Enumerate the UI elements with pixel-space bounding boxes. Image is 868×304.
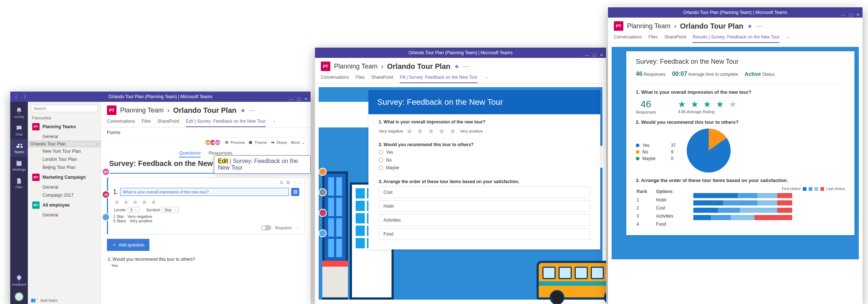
channel-item[interactable]: Orlando Tour Plan xyxy=(28,141,101,147)
rail-activity[interactable]: Activity xyxy=(10,104,28,122)
more-icon[interactable]: ⋯ xyxy=(463,62,470,70)
channel-item[interactable]: Beijing Tour Plan xyxy=(28,163,101,171)
theme-button[interactable]: Theme xyxy=(248,140,267,145)
tab-conversations[interactable]: Conversations xyxy=(107,116,135,127)
star-icon[interactable]: ★ xyxy=(454,63,459,70)
tab-form-edit[interactable]: Edit | Survey: Feedback on the New Tour xyxy=(186,116,266,127)
radio-option[interactable]: No xyxy=(379,157,590,163)
titlebar: ⟨ ⟩ Orlando Tour Plan (Planning Team) | … xyxy=(10,92,311,102)
rail-chat[interactable]: Chat xyxy=(10,122,28,139)
tab-files[interactable]: Files xyxy=(356,73,365,83)
tab-files[interactable]: Files xyxy=(142,116,151,127)
add-tab-icon[interactable]: ＋ xyxy=(272,116,277,127)
rail-feedback[interactable]: Feedback xyxy=(10,272,28,289)
image-icon[interactable]: 🖼 xyxy=(291,188,299,196)
min-icon[interactable]: — xyxy=(585,50,589,60)
rank-option[interactable]: Activities xyxy=(379,214,590,226)
close-icon[interactable]: ✕ xyxy=(600,50,603,60)
chevron-right-icon: › xyxy=(167,107,170,114)
star-icon[interactable]: ★ xyxy=(240,107,245,114)
symbol-select[interactable]: Star xyxy=(162,207,179,213)
tab-conversations[interactable]: Conversations xyxy=(321,73,349,83)
star-icon[interactable]: ★ xyxy=(747,23,752,30)
question-card[interactable]: ⧉ 🗑 ↑ ↓ 1. 🖼 ★ ★ ★ ★ ★ Levels: xyxy=(107,177,305,234)
search-input[interactable] xyxy=(31,105,98,112)
max-icon[interactable]: ▢ xyxy=(593,50,596,60)
team-tile: MT xyxy=(32,201,40,209)
rank-option[interactable]: Cost xyxy=(379,186,590,198)
add-tab-icon[interactable]: ＋ xyxy=(484,73,489,83)
preview-button[interactable]: Preview xyxy=(225,140,245,145)
channel-item[interactable]: New York Tour Plan xyxy=(28,147,101,155)
tab-form-fill[interactable]: Fill | Survey: Feedback on the New Tour xyxy=(400,73,477,83)
team-name: Marketing Campaign xyxy=(42,175,86,180)
questions-tab[interactable]: Questions xyxy=(179,150,201,157)
channel-tabs: Conversations Files SharePoint Fill | Su… xyxy=(315,73,606,84)
bc-team[interactable]: Planning Team xyxy=(120,107,164,114)
tab-conversations[interactable]: Conversations xyxy=(614,32,642,43)
responses-tab[interactable]: Responses xyxy=(209,150,233,156)
rail-feedback-label: Feedback xyxy=(12,283,26,286)
levels-select[interactable]: 5 xyxy=(128,207,140,213)
moveup-icon[interactable]: ↑ xyxy=(293,180,296,185)
channel-sidebar: Favourites PTPlanning TeamsGeneralOrland… xyxy=(28,102,101,304)
trash-icon[interactable]: 🗑 xyxy=(286,180,290,185)
more-icon[interactable]: ⋯ xyxy=(756,22,763,30)
bc-channel[interactable]: Orlando Tour Plan xyxy=(387,62,450,71)
rail-meetings[interactable]: Meetings xyxy=(10,157,28,174)
bc-team[interactable]: Planning Team xyxy=(627,22,671,30)
bc-team[interactable]: Planning Team xyxy=(334,63,378,70)
radio-option[interactable]: Maybe xyxy=(379,165,590,170)
rail-teams[interactable]: Teams xyxy=(10,139,28,157)
channel-item[interactable]: General xyxy=(28,133,101,141)
max-icon[interactable]: ▢ xyxy=(849,10,853,20)
tab-sharepoint[interactable]: SharePoint xyxy=(664,32,686,43)
q2-legend: Yes37No9Maybe0 xyxy=(636,141,676,163)
nav-fwd-icon[interactable]: ⟩ xyxy=(21,92,29,102)
me-avatar[interactable] xyxy=(15,292,23,301)
add-team-button[interactable]: 👥⁺ Add team xyxy=(31,298,58,303)
bc-channel[interactable]: Orlando Tour Plan xyxy=(173,106,237,115)
legend-item: Yes37 xyxy=(636,143,676,148)
channel-item[interactable]: Compaign 2017 xyxy=(28,191,101,199)
copy-icon[interactable]: ⧉ xyxy=(280,180,283,185)
chat-icon xyxy=(15,125,23,132)
tab-files[interactable]: Files xyxy=(649,32,658,43)
add-question-button[interactable]: ＋ Add question xyxy=(107,239,149,251)
team-row[interactable]: PTPlanning Teams xyxy=(28,121,101,133)
channel-item[interactable]: General xyxy=(28,183,101,191)
rail-files[interactable]: Files xyxy=(10,174,28,192)
tab-form-results[interactable]: Results | Survey: Feedback on the New To… xyxy=(693,32,779,43)
team-tile: MT xyxy=(32,174,40,181)
stacked-bar xyxy=(693,200,792,205)
team-row[interactable]: MTMarketing Campaign xyxy=(28,171,101,183)
min-icon[interactable]: — xyxy=(289,94,293,104)
required-toggle[interactable] xyxy=(261,225,271,230)
share-button[interactable]: Share xyxy=(271,140,287,145)
star-preview: ★ ★ ★ ★ ★ xyxy=(114,198,298,206)
team-row[interactable]: MTAll employee xyxy=(28,199,101,211)
close-icon[interactable]: ✕ xyxy=(304,94,308,104)
channel-item[interactable]: London Tour Plan xyxy=(28,155,101,163)
avatar-ms[interactable]: MS xyxy=(214,139,221,146)
more-icon[interactable]: ⋯ xyxy=(249,106,256,114)
channel-item[interactable]: General xyxy=(28,211,101,219)
q1-text-input[interactable] xyxy=(120,188,289,196)
movedown-icon[interactable]: ↓ xyxy=(298,180,301,185)
tab-sharepoint[interactable]: SharePoint xyxy=(157,116,179,127)
add-tab-icon[interactable]: ＋ xyxy=(786,32,790,43)
bc-channel[interactable]: Orlando Tour Plan xyxy=(680,22,743,30)
team-name: All employee xyxy=(42,203,70,208)
tab-sharepoint[interactable]: SharePoint xyxy=(371,73,393,83)
max-icon[interactable]: ▢ xyxy=(297,94,301,104)
radio-option[interactable]: Yes xyxy=(379,149,590,155)
eye-icon xyxy=(225,140,229,145)
nav-back-icon[interactable]: ⟨ xyxy=(12,92,20,102)
more-button[interactable]: More ⌄ xyxy=(291,140,305,145)
rank-option[interactable]: Hotel xyxy=(379,200,590,212)
q-more-icon[interactable]: ⋯ xyxy=(295,226,299,230)
rating-input[interactable]: Very negative ★ ★ ★ ★ ★ Very positive xyxy=(379,127,590,136)
close-icon[interactable]: ✕ xyxy=(856,10,860,20)
min-icon[interactable]: — xyxy=(841,10,845,20)
rank-option[interactable]: Food xyxy=(379,228,590,240)
